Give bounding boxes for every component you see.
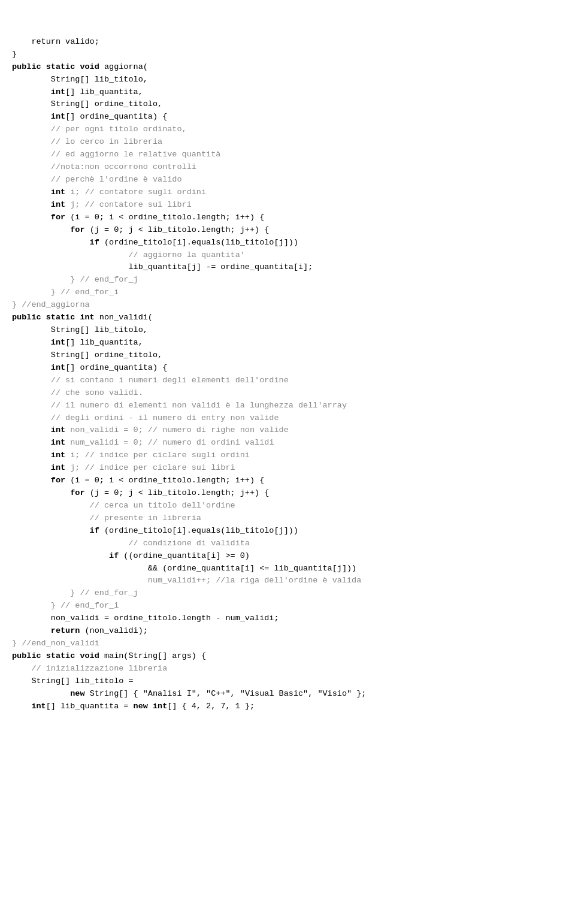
code-line: // per ogni titolo ordinato, bbox=[12, 123, 563, 136]
keyword: int bbox=[51, 188, 65, 197]
comment-text: // perchè l'ordine è valido bbox=[12, 175, 182, 184]
code-text bbox=[12, 363, 51, 372]
code-text: , bbox=[308, 689, 317, 698]
code-line: num_validi++; //la riga dell'ordine è va… bbox=[12, 575, 563, 587]
code-text bbox=[12, 87, 51, 96]
code-text bbox=[12, 451, 51, 460]
code-line: int[] lib_quantita, bbox=[12, 86, 563, 99]
code-line: } // end_for_j bbox=[12, 587, 563, 600]
code-line: public static void aggiorna( bbox=[12, 61, 563, 74]
comment-text: // condizione di validita bbox=[12, 539, 250, 548]
code-line: for (j = 0; j < lib_titolo.length; j++) … bbox=[12, 487, 563, 500]
code-text: [] { 4, 2, 7, 1 }; bbox=[167, 702, 255, 711]
comment-text: } // end_for_j bbox=[12, 275, 138, 284]
code-line: public static void main(String[] args) { bbox=[12, 650, 563, 663]
keyword: return bbox=[12, 626, 80, 635]
code-line: // ed aggiorno le relative quantità bbox=[12, 149, 563, 161]
code-line: // inizializzazione libreria bbox=[12, 663, 563, 675]
code-line: int[] lib_quantita = new int[] { 4, 2, 7… bbox=[12, 700, 563, 713]
keyword: for bbox=[12, 476, 65, 485]
code-line: // il numero di elementi non validi è la… bbox=[12, 400, 563, 412]
code-text: [] lib_quantita, bbox=[65, 87, 143, 96]
comment-text: // ed aggiorno le relative quantità bbox=[12, 150, 220, 159]
code-line: String[] lib_titolo, bbox=[12, 74, 563, 86]
code-text: ((ordine_quantita[i] >= 0) bbox=[119, 551, 250, 560]
code-line: } //end_non_validi bbox=[12, 638, 563, 650]
comment-text: j; // indice per ciclare sui libri bbox=[65, 463, 235, 472]
keyword: int bbox=[51, 112, 65, 121]
keyword: for bbox=[12, 225, 85, 234]
code-line: int j; // contatore sui libri bbox=[12, 199, 563, 212]
code-editor: return valido;}public static void aggior… bbox=[0, 6, 575, 730]
comment-text: num_validi++; //la riga dell'ordine è va… bbox=[12, 576, 361, 585]
code-line: } // end_for_i bbox=[12, 600, 563, 612]
keyword: int bbox=[31, 702, 46, 711]
code-text bbox=[12, 702, 31, 711]
code-text bbox=[12, 338, 51, 347]
code-line: && (ordine_quantita[i] <= lib_quantita[j… bbox=[12, 563, 563, 575]
comment-text: // aggiorno la quantita' bbox=[12, 250, 245, 259]
code-line: int j; // indice per ciclare sui libri bbox=[12, 462, 563, 475]
code-text: (j = 0; j < lib_titolo.length; j++) { bbox=[85, 488, 270, 497]
code-line: // che sono validi. bbox=[12, 387, 563, 400]
keyword: int bbox=[51, 87, 65, 96]
code-text: aggiorna( bbox=[99, 62, 148, 71]
keyword: int bbox=[51, 451, 65, 460]
code-text: [] lib_quantita = bbox=[46, 702, 134, 711]
keyword: int bbox=[148, 702, 167, 711]
keyword: int bbox=[51, 338, 65, 347]
string-literal: "Visio" bbox=[317, 689, 352, 698]
code-line: for (j = 0; j < lib_titolo.length; j++) … bbox=[12, 224, 563, 237]
comment-text: } // end_for_i bbox=[12, 288, 119, 297]
code-text: (i = 0; i < ordine_titolo.length; i++) { bbox=[65, 213, 264, 222]
code-line: // lo cerco in libreria bbox=[12, 136, 563, 149]
code-line: if (ordine_titolo[i].equals(lib_titolo[j… bbox=[12, 237, 563, 249]
code-text: (i = 0; i < ordine_titolo.length; i++) { bbox=[65, 476, 264, 485]
comment-text: non_validi = 0; // numero di righe non v… bbox=[65, 425, 289, 434]
keyword: int bbox=[51, 463, 65, 472]
comment-text: } //end_non_validi bbox=[12, 639, 99, 648]
code-line: String[] ordine_titolo, bbox=[12, 349, 563, 362]
code-line: if ((ordine_quantita[i] >= 0) bbox=[12, 550, 563, 563]
code-line: int i; // contatore sugli ordini bbox=[12, 186, 563, 199]
code-text: , bbox=[196, 689, 206, 698]
comment-text: } // end_for_j bbox=[12, 588, 138, 597]
code-text bbox=[12, 112, 51, 121]
code-line: } //end_aggiorna bbox=[12, 299, 563, 312]
code-text: (j = 0; j < lib_titolo.length; j++) { bbox=[85, 225, 270, 234]
code-text: (ordine_titolo[i].equals(lib_titolo[j])) bbox=[99, 526, 298, 535]
keyword: public static void bbox=[12, 651, 99, 660]
code-text: [] lib_quantita, bbox=[65, 338, 143, 347]
code-content: return valido;}public static void aggior… bbox=[12, 36, 563, 713]
code-line: //nota:non occorrono controlli bbox=[12, 161, 563, 174]
code-text: non_validi( bbox=[95, 313, 153, 322]
code-line: } // end_for_i bbox=[12, 286, 563, 299]
code-text bbox=[12, 188, 51, 197]
comment-text: // per ogni titolo ordinato, bbox=[12, 125, 187, 134]
comment-text: i; // indice per ciclare sugli ordini bbox=[65, 451, 250, 460]
keyword: int bbox=[51, 363, 65, 372]
code-text: [] ordine_quantita) { bbox=[65, 363, 167, 372]
code-text: (ordine_titolo[i].equals(lib_titolo[j])) bbox=[99, 238, 298, 247]
comment-text: //nota:non occorrono controlli bbox=[12, 162, 196, 171]
code-line: int num_validi = 0; // numero di ordini … bbox=[12, 437, 563, 449]
comment-text: // lo cerco in libreria bbox=[12, 137, 162, 146]
comment-text: // si contano i numeri degli elementi de… bbox=[12, 376, 289, 385]
code-line: // si contano i numeri degli elementi de… bbox=[12, 375, 563, 387]
code-line: } // end_for_j bbox=[12, 274, 563, 286]
code-line: new String[] { "Analisi I", "C++", "Visu… bbox=[12, 688, 563, 700]
keyword: for bbox=[12, 213, 65, 222]
code-line: } bbox=[12, 49, 563, 61]
code-line: // aggiorno la quantita' bbox=[12, 249, 563, 262]
code-line: return valido; bbox=[12, 36, 563, 49]
code-line: lib_quantita[j] -= ordine_quantita[i]; bbox=[12, 261, 563, 274]
keyword: int bbox=[51, 425, 65, 434]
code-text: [] ordine_quantita) { bbox=[65, 112, 167, 121]
code-line: int[] lib_quantita, bbox=[12, 337, 563, 349]
keyword: new bbox=[134, 702, 148, 711]
comment-text: j; // contatore sui libri bbox=[65, 200, 192, 209]
code-line: int i; // indice per ciclare sugli ordin… bbox=[12, 449, 563, 462]
code-line: // presente in libreria bbox=[12, 512, 563, 525]
code-line: int[] ordine_quantita) { bbox=[12, 111, 563, 123]
comment-text: // degli ordini - il numero di entry non… bbox=[12, 413, 279, 422]
